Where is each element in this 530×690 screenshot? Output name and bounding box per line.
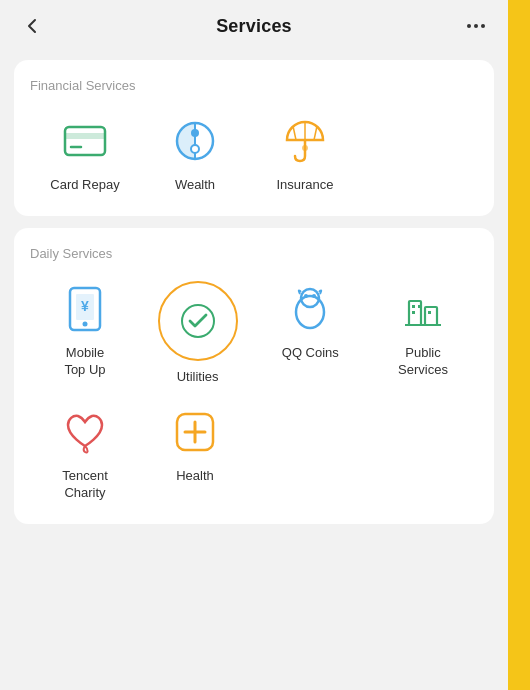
daily-services-bottom-row: TencentCharity Health xyxy=(30,404,478,502)
financial-services-grid: Card Repay Wealth xyxy=(30,113,478,194)
wealth-item[interactable]: Wealth xyxy=(140,113,250,194)
svg-rect-24 xyxy=(428,311,431,314)
tencent-charity-icon-wrap xyxy=(57,404,113,460)
more-button[interactable] xyxy=(460,10,492,42)
tencent-charity-item[interactable]: TencentCharity xyxy=(30,404,140,502)
financial-section-label: Financial Services xyxy=(30,78,478,93)
back-button[interactable] xyxy=(16,10,48,42)
utilities-label: Utilities xyxy=(177,369,219,386)
health-item[interactable]: Health xyxy=(140,404,250,502)
dot-icon xyxy=(481,24,485,28)
wealth-label: Wealth xyxy=(175,177,215,194)
svg-rect-20 xyxy=(425,307,437,325)
svg-point-13 xyxy=(83,321,88,326)
card-repay-label: Card Repay xyxy=(50,177,119,194)
financial-services-card: Financial Services Card Repay xyxy=(14,60,494,216)
svg-rect-23 xyxy=(412,311,415,314)
svg-point-18 xyxy=(312,294,316,298)
card-repay-item[interactable]: Card Repay xyxy=(30,113,140,194)
svg-point-4 xyxy=(191,129,199,137)
qq-coins-icon-wrap xyxy=(282,281,338,337)
utilities-item[interactable]: Utilities xyxy=(143,281,253,386)
svg-point-17 xyxy=(304,294,308,298)
wealth-icon xyxy=(173,119,217,163)
health-label: Health xyxy=(176,468,214,485)
page-title: Services xyxy=(216,16,292,37)
public-services-icon-wrap xyxy=(395,281,451,337)
daily-section-label: Daily Services xyxy=(30,246,478,261)
content-area: Financial Services Card Repay xyxy=(0,52,508,690)
health-icon-wrap xyxy=(167,404,223,460)
main-container: Services Financial Services xyxy=(0,0,508,690)
card-repay-icon-wrap xyxy=(57,113,113,169)
daily-services-card: Daily Services ¥ MobileTop Up xyxy=(14,228,494,524)
svg-point-5 xyxy=(191,145,199,153)
card-repay-icon xyxy=(63,123,107,159)
svg-line-8 xyxy=(314,126,317,140)
insurance-icon xyxy=(285,118,325,164)
mobile-topup-item[interactable]: ¥ MobileTop Up xyxy=(30,281,140,386)
qq-coins-item[interactable]: QQ Coins xyxy=(255,281,365,386)
public-services-label: PublicServices xyxy=(398,345,448,379)
svg-line-7 xyxy=(293,126,296,140)
qq-coins-icon xyxy=(287,286,333,332)
svg-rect-21 xyxy=(412,305,415,308)
svg-rect-0 xyxy=(65,127,105,155)
svg-rect-1 xyxy=(65,133,105,139)
header: Services xyxy=(0,0,508,52)
mobile-topup-icon: ¥ xyxy=(66,286,104,332)
mobile-topup-icon-wrap: ¥ xyxy=(57,281,113,337)
svg-rect-22 xyxy=(418,305,421,308)
svg-text:¥: ¥ xyxy=(81,298,89,314)
svg-point-14 xyxy=(182,305,214,337)
public-services-item[interactable]: PublicServices xyxy=(368,281,478,386)
utilities-icon xyxy=(176,299,220,343)
insurance-icon-wrap xyxy=(277,113,333,169)
tencent-charity-label: TencentCharity xyxy=(62,468,108,502)
public-services-icon xyxy=(401,287,445,331)
yellow-strip xyxy=(508,0,530,690)
qq-coins-label: QQ Coins xyxy=(282,345,339,362)
insurance-item[interactable]: Insurance xyxy=(250,113,360,194)
health-icon xyxy=(173,410,217,454)
insurance-label: Insurance xyxy=(276,177,333,194)
daily-services-top-row: ¥ MobileTop Up Utilities xyxy=(30,281,478,386)
tencent-charity-icon xyxy=(62,410,108,454)
mobile-topup-label: MobileTop Up xyxy=(64,345,105,379)
utilities-icon-wrap xyxy=(158,281,238,361)
wealth-icon-wrap xyxy=(167,113,223,169)
dot-icon xyxy=(474,24,478,28)
svg-point-9 xyxy=(302,145,308,151)
dot-icon xyxy=(467,24,471,28)
